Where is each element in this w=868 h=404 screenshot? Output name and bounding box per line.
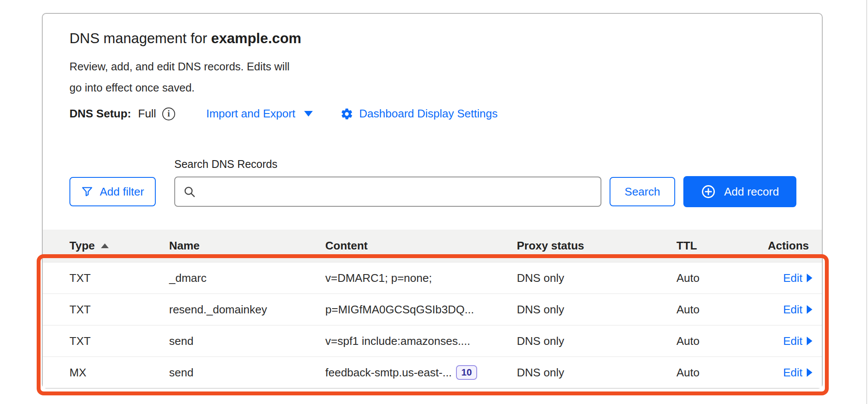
search-dns-records-label: Search DNS Records bbox=[174, 158, 277, 170]
dashboard-display-settings-link[interactable]: Dashboard Display Settings bbox=[340, 107, 498, 120]
edit-record-link[interactable]: Edit bbox=[783, 303, 812, 316]
funnel-icon bbox=[81, 186, 93, 198]
table-row-mx: MX send feedback-smtp.us-east-... 10 DNS… bbox=[43, 357, 822, 388]
chevron-down-icon bbox=[304, 111, 313, 117]
dns-management-card: DNS management for example.com Review, a… bbox=[42, 13, 823, 388]
cell-ttl: Auto bbox=[676, 325, 700, 357]
cell-proxy-status: DNS only bbox=[517, 357, 564, 388]
search-input[interactable] bbox=[201, 177, 593, 206]
search-field-container bbox=[174, 177, 601, 207]
page-description: Review, add, and edit DNS records. Edits… bbox=[69, 56, 289, 98]
column-header-name: Name bbox=[169, 230, 200, 262]
cell-name: resend._domainkey bbox=[169, 294, 267, 325]
viewport-edge-line bbox=[866, 0, 867, 404]
cell-name: _dmarc bbox=[169, 262, 207, 294]
info-circle-icon[interactable]: i bbox=[162, 107, 175, 120]
cell-content: v=spf1 include:amazonses.... bbox=[325, 325, 470, 357]
column-header-actions: Actions bbox=[768, 230, 809, 262]
table-row-spf: TXT send v=spf1 include:amazonses.... DN… bbox=[43, 325, 822, 357]
triangle-right-icon bbox=[807, 368, 812, 377]
table-header-row: Type Name Content Proxy status TTL Actio… bbox=[43, 230, 822, 262]
cell-proxy-status: DNS only bbox=[517, 262, 564, 294]
cell-ttl: Auto bbox=[676, 262, 700, 294]
table-row-domainkey: TXT resend._domainkey p=MIGfMA0GCSqGSIb3… bbox=[43, 294, 822, 325]
cell-ttl: Auto bbox=[676, 357, 700, 388]
cell-type: TXT bbox=[69, 294, 91, 325]
cell-content: v=DMARC1; p=none; bbox=[325, 262, 432, 294]
gear-icon bbox=[340, 107, 353, 120]
add-filter-button[interactable]: Add filter bbox=[69, 177, 156, 206]
cell-type: TXT bbox=[69, 325, 91, 357]
cell-type: TXT bbox=[69, 262, 91, 294]
add-record-button[interactable]: Add record bbox=[683, 176, 796, 207]
column-header-content: Content bbox=[325, 230, 368, 262]
column-header-ttl: TTL bbox=[676, 230, 697, 262]
triangle-right-icon bbox=[807, 274, 812, 282]
column-header-type[interactable]: Type bbox=[69, 230, 109, 262]
page-description-line1: Review, add, and edit DNS records. Edits… bbox=[69, 56, 289, 77]
dashboard-display-settings-label: Dashboard Display Settings bbox=[359, 107, 498, 120]
cell-content: p=MIGfMA0GCSqGSIb3DQ... bbox=[325, 294, 474, 325]
dns-setup-value: Full bbox=[138, 107, 156, 120]
import-export-link[interactable]: Import and Export bbox=[206, 107, 313, 120]
dns-setup-row: DNS Setup: Full i Import and Export Dash… bbox=[69, 107, 497, 120]
search-button[interactable]: Search bbox=[610, 177, 675, 206]
cell-name: send bbox=[169, 325, 193, 357]
add-record-label: Add record bbox=[724, 185, 779, 199]
mx-priority-badge: 10 bbox=[456, 365, 477, 380]
import-export-label: Import and Export bbox=[206, 107, 296, 120]
cell-content: feedback-smtp.us-east-... 10 bbox=[325, 357, 477, 388]
page-description-line2: go into effect once saved. bbox=[69, 77, 289, 98]
edit-record-link[interactable]: Edit bbox=[783, 366, 812, 379]
page-title-domain: example.com bbox=[211, 30, 301, 46]
add-filter-label: Add filter bbox=[100, 185, 144, 199]
table-row-dmarc: TXT _dmarc v=DMARC1; p=none; DNS only Au… bbox=[43, 262, 822, 294]
cell-name: send bbox=[169, 357, 193, 388]
edit-record-link[interactable]: Edit bbox=[783, 335, 812, 348]
triangle-right-icon bbox=[807, 337, 812, 345]
page-title: DNS management for example.com bbox=[69, 30, 301, 47]
cell-ttl: Auto bbox=[676, 294, 700, 325]
cell-proxy-status: DNS only bbox=[517, 294, 564, 325]
edit-record-link[interactable]: Edit bbox=[783, 271, 812, 285]
column-header-proxy-status: Proxy status bbox=[517, 230, 584, 262]
sort-ascending-icon bbox=[101, 243, 109, 248]
plus-circle-icon bbox=[701, 184, 716, 199]
cell-proxy-status: DNS only bbox=[517, 325, 564, 357]
cell-type: MX bbox=[69, 357, 86, 388]
dns-setup-label: DNS Setup: bbox=[69, 107, 131, 120]
page-title-prefix: DNS management for bbox=[69, 30, 211, 46]
magnifier-icon bbox=[183, 185, 196, 198]
triangle-right-icon bbox=[807, 305, 812, 314]
search-button-label: Search bbox=[625, 185, 660, 199]
